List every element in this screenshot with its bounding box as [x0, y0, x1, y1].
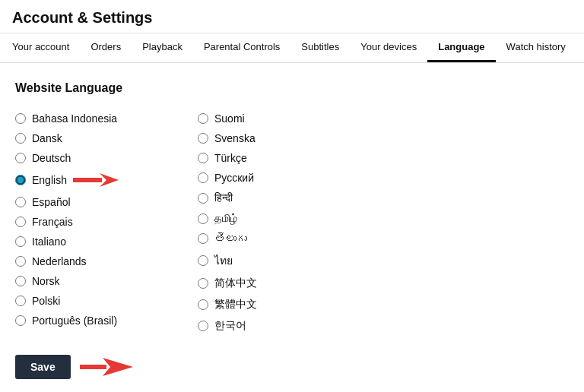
- tab-your-account[interactable]: Your account: [12, 33, 80, 62]
- main-content: Website Language Bahasa IndonesiaDanskDe…: [0, 63, 584, 392]
- language-radio-francais[interactable]: [15, 217, 26, 227]
- language-grid: Bahasa IndonesiaDanskDeutschEnglishEspañ…: [15, 109, 380, 337]
- page-header: Account & Settings: [0, 0, 584, 33]
- nav-tabs: Your accountOrdersPlaybackParental Contr…: [0, 33, 584, 63]
- language-option-korean[interactable]: 한국어: [198, 315, 380, 337]
- tab-parental-controls[interactable]: Parental Controls: [193, 33, 290, 62]
- language-option-italiano[interactable]: Italiano: [15, 232, 198, 251]
- language-label-italiano: Italiano: [32, 236, 66, 248]
- language-label-telugu: తెలుగు: [214, 232, 247, 245]
- language-option-norsk[interactable]: Norsk: [15, 271, 198, 291]
- language-label-espanol: Español: [32, 196, 71, 208]
- tab-playback[interactable]: Playback: [132, 33, 193, 62]
- language-radio-turkce[interactable]: [198, 153, 208, 163]
- language-label-deutsch: Deutsch: [32, 152, 71, 164]
- svg-rect-3: [80, 365, 106, 369]
- language-option-svenska[interactable]: Svenska: [198, 128, 380, 148]
- language-radio-bahasa[interactable]: [15, 113, 26, 124]
- language-option-tamil[interactable]: தமிழ்: [198, 208, 380, 229]
- language-label-nederlands: Nederlands: [32, 255, 87, 267]
- language-label-portugues: Português (Brasil): [32, 315, 117, 327]
- language-option-bahasa[interactable]: Bahasa Indonesia: [15, 109, 198, 128]
- save-arrow-icon: [80, 356, 133, 378]
- language-label-norsk: Norsk: [32, 275, 60, 287]
- language-label-russian: Русский: [214, 172, 254, 184]
- language-radio-dansk[interactable]: [15, 133, 26, 144]
- language-radio-svenska[interactable]: [198, 133, 208, 144]
- language-option-turkce[interactable]: Türkçe: [198, 148, 380, 168]
- tab-language[interactable]: Language: [427, 33, 495, 62]
- language-label-polski: Polski: [32, 295, 60, 307]
- language-radio-nederlands[interactable]: [15, 256, 26, 267]
- language-option-thai[interactable]: ไทย: [198, 248, 380, 273]
- language-radio-italiano[interactable]: [15, 236, 26, 247]
- page-title: Account & Settings: [12, 9, 572, 27]
- save-section: Save: [15, 355, 569, 379]
- language-label-tamil: தமிழ்: [214, 212, 237, 225]
- svg-rect-0: [73, 178, 102, 182]
- language-radio-hindi[interactable]: [198, 193, 208, 204]
- language-label-korean: 한국어: [214, 319, 246, 333]
- language-column-1: Bahasa IndonesiaDanskDeutschEnglishEspañ…: [15, 109, 198, 337]
- language-label-svenska: Svenska: [214, 132, 256, 144]
- language-radio-norsk[interactable]: [15, 276, 26, 286]
- language-option-deutsch[interactable]: Deutsch: [15, 148, 198, 168]
- language-option-russian[interactable]: Русский: [198, 168, 380, 188]
- english-arrow-icon: [73, 172, 119, 188]
- language-label-thai: ไทย: [214, 252, 233, 269]
- language-label-simplified-chinese: 简体中文: [214, 277, 257, 290]
- svg-marker-1: [100, 173, 119, 187]
- language-radio-polski[interactable]: [15, 296, 26, 306]
- language-label-turkce: Türkçe: [214, 152, 247, 164]
- language-radio-simplified-chinese[interactable]: [198, 278, 208, 289]
- language-radio-tamil[interactable]: [198, 213, 208, 224]
- language-radio-thai[interactable]: [198, 255, 208, 266]
- language-option-portugues[interactable]: Português (Brasil): [15, 311, 198, 330]
- language-option-telugu[interactable]: తెలుగు: [198, 229, 380, 248]
- language-column-2: SuomiSvenskaTürkçeРусскийहिन्दीதமிழ்తెలు…: [198, 109, 380, 337]
- language-radio-traditional-chinese[interactable]: [198, 299, 208, 310]
- language-radio-deutsch[interactable]: [15, 153, 26, 163]
- language-radio-telugu[interactable]: [198, 233, 208, 244]
- language-option-polski[interactable]: Polski: [15, 291, 198, 311]
- tab-your-devices[interactable]: Your devices: [350, 33, 427, 62]
- language-option-hindi[interactable]: हिन्दी: [198, 188, 380, 208]
- language-option-simplified-chinese[interactable]: 简体中文: [198, 273, 380, 294]
- section-title: Website Language: [15, 81, 569, 95]
- svg-marker-2: [103, 358, 133, 376]
- language-radio-korean[interactable]: [198, 321, 208, 331]
- language-label-dansk: Dansk: [32, 132, 62, 144]
- language-label-hindi: हिन्दी: [214, 191, 233, 204]
- language-label-traditional-chinese: 繁體中文: [214, 298, 257, 311]
- language-option-nederlands[interactable]: Nederlands: [15, 251, 198, 271]
- tab-watch-history[interactable]: Watch history: [496, 33, 576, 62]
- language-option-traditional-chinese[interactable]: 繁體中文: [198, 294, 380, 315]
- language-option-suomi[interactable]: Suomi: [198, 109, 380, 128]
- save-button[interactable]: Save: [15, 355, 71, 379]
- language-radio-espanol[interactable]: [15, 197, 26, 207]
- language-radio-english[interactable]: [15, 175, 26, 185]
- language-label-suomi: Suomi: [214, 112, 245, 125]
- language-radio-russian[interactable]: [198, 172, 208, 183]
- language-option-english[interactable]: English: [15, 168, 198, 192]
- language-label-english: English: [32, 174, 67, 186]
- tab-orders[interactable]: Orders: [80, 33, 132, 62]
- language-radio-portugues[interactable]: [15, 315, 26, 326]
- language-option-dansk[interactable]: Dansk: [15, 128, 198, 148]
- tab-subtitles[interactable]: Subtitles: [290, 33, 350, 62]
- language-label-francais: Français: [32, 216, 73, 228]
- language-option-francais[interactable]: Français: [15, 212, 198, 232]
- language-radio-suomi[interactable]: [198, 113, 208, 124]
- language-label-bahasa: Bahasa Indonesia: [32, 112, 117, 125]
- language-option-espanol[interactable]: Español: [15, 192, 198, 212]
